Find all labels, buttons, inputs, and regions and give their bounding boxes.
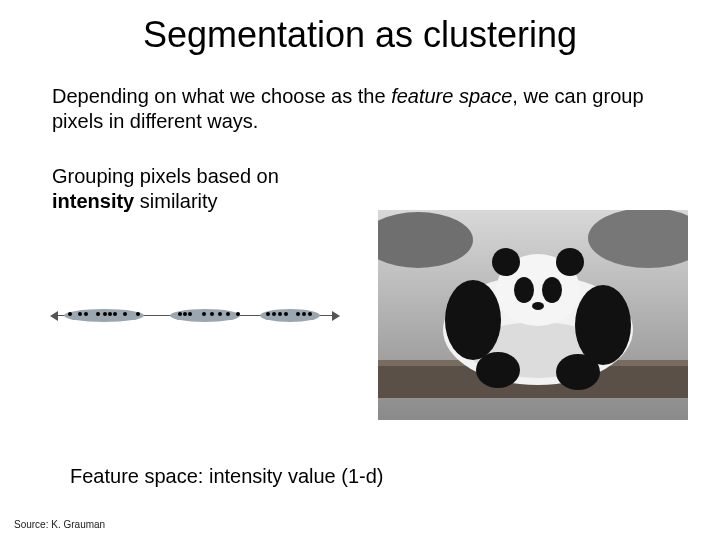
data-point: [226, 312, 230, 316]
data-point: [278, 312, 282, 316]
axis-arrow-left-icon: [50, 311, 58, 321]
subhead-pre: Grouping pixels based on: [52, 165, 279, 187]
intensity-axis: [50, 302, 340, 330]
data-point: [78, 312, 82, 316]
data-point: [284, 312, 288, 316]
svg-point-10: [556, 354, 600, 390]
data-point: [68, 312, 72, 316]
data-point: [103, 312, 107, 316]
data-point: [218, 312, 222, 316]
data-point: [123, 312, 127, 316]
data-point: [113, 312, 117, 316]
subhead-post: similarity: [134, 190, 217, 212]
data-point: [296, 312, 300, 316]
data-point: [308, 312, 312, 316]
svg-point-12: [492, 248, 520, 276]
data-point: [210, 312, 214, 316]
svg-point-13: [556, 248, 584, 276]
svg-point-8: [575, 285, 631, 365]
source-attribution: Source: K. Grauman: [14, 519, 105, 530]
data-point: [302, 312, 306, 316]
intro-paragraph: Depending on what we choose as the featu…: [0, 84, 720, 134]
data-point: [272, 312, 276, 316]
data-point: [108, 312, 112, 316]
data-point: [266, 312, 270, 316]
data-point: [183, 312, 187, 316]
slide-title: Segmentation as clustering: [0, 0, 720, 56]
intro-pre: Depending on what we choose as the: [52, 85, 391, 107]
data-point: [136, 312, 140, 316]
data-point: [236, 312, 240, 316]
subhead-strong: intensity: [52, 190, 134, 212]
data-point: [96, 312, 100, 316]
data-point: [202, 312, 206, 316]
intro-emph: feature space: [391, 85, 512, 107]
subheading: Grouping pixels based on intensity simil…: [0, 164, 380, 214]
svg-point-14: [514, 277, 534, 303]
data-point: [178, 312, 182, 316]
svg-point-7: [445, 280, 501, 360]
svg-point-16: [532, 302, 544, 310]
feature-space-caption: Feature space: intensity value (1-d): [70, 465, 384, 488]
data-point: [84, 312, 88, 316]
svg-point-15: [542, 277, 562, 303]
svg-point-9: [476, 352, 520, 388]
example-image: [378, 210, 688, 420]
axis-arrow-right-icon: [332, 311, 340, 321]
data-point: [188, 312, 192, 316]
